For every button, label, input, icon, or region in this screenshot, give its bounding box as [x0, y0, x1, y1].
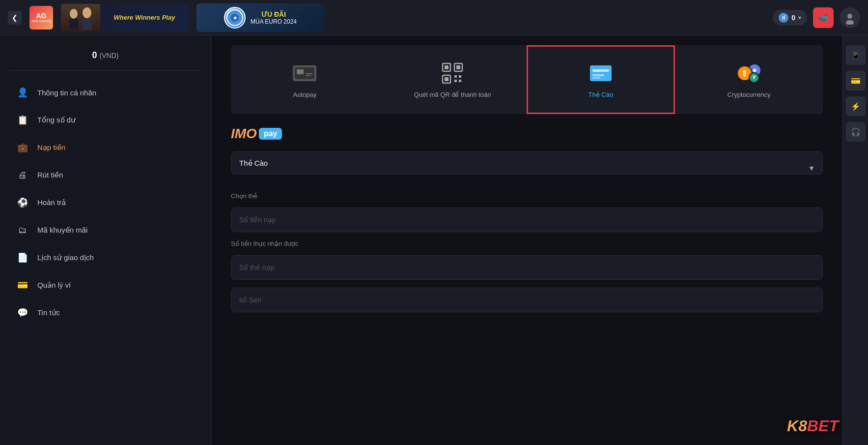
sidebar-label-rut-tien: Rút tiền [37, 171, 63, 179]
sidebar-item-nap-tien[interactable]: 💼 Nạp tiền [0, 134, 211, 161]
received-section: Số tiền thực nhận được [231, 240, 823, 247]
svg-rect-14 [306, 75, 310, 76]
sidebar-item-ma-khuyen-mai[interactable]: 🗂 Mã khuyến mãi [0, 216, 211, 244]
mua-euro-text: MÙA EURO 2024 [251, 18, 297, 25]
tab-autopay-label: Autopay [293, 91, 317, 99]
svg-rect-28 [592, 77, 600, 79]
deposit-icon: 💼 [16, 141, 29, 154]
svg-rect-21 [454, 75, 457, 78]
bet-text: BET [807, 417, 839, 435]
sidebar-item-quan-ly-vi[interactable]: 💳 Quản lý ví [0, 271, 211, 299]
amount-section [231, 208, 823, 232]
video-button[interactable]: 📹 [813, 7, 834, 28]
sidebar-item-lich-su[interactable]: 📄 Lịch sử giao dịch [0, 244, 211, 271]
sidebar-label-nap-tien: Nạp tiền [37, 143, 65, 152]
balance-icon: 📋 [16, 113, 29, 127]
imopay-logo: IMO pay [231, 126, 823, 142]
sidebar-divider [10, 70, 201, 71]
sidebar: 0 (VND) 👤 Thông tin cá nhân 📋 Tổng số dư… [0, 35, 211, 445]
k8bet-logo: K8BET [787, 417, 839, 435]
euro-ball-icon: ★ [224, 7, 246, 29]
sidebar-label-ma-khuyen-mai: Mã khuyến mãi [37, 226, 87, 235]
tab-qr[interactable]: Quét mã QR để thanh toán [379, 45, 527, 114]
crypto-icon: ₿ ◆ ₮ [736, 60, 762, 86]
user-avatar[interactable] [840, 7, 860, 28]
user-icon: 👤 [16, 86, 29, 99]
choose-card-label: Chọn thẻ [231, 192, 823, 200]
logo-icon: AG Asia Gaming [29, 6, 53, 30]
sidebar-label-lich-su: Lịch sử giao dịch [37, 253, 94, 262]
sidebar-item-hoan-tra[interactable]: ⚽ Hoàn trả [0, 189, 211, 216]
tab-autopay[interactable]: Autopay [231, 45, 379, 114]
pay-badge: pay [259, 128, 282, 140]
balance-coin-icon: d [779, 13, 788, 23]
tab-crypto[interactable]: ₿ ◆ ₮ Cryptocurrency [675, 45, 823, 114]
sidebar-label-tin-tuc: Tin tức [37, 308, 60, 317]
svg-rect-24 [459, 80, 461, 82]
svg-text:★: ★ [232, 15, 237, 21]
card-type-wrapper[interactable]: Thẻ Cào ▼ [231, 151, 823, 184]
amount-input[interactable] [231, 208, 823, 232]
card-number-input[interactable] [231, 255, 823, 280]
sidebar-label-hoan-tra: Hoàn trả [37, 198, 66, 207]
card-type-select[interactable]: Thẻ Cào [231, 151, 823, 175]
rebate-icon: ⚽ [16, 196, 29, 209]
tether-icon: ₮ [749, 72, 759, 83]
k8-text: K8 [787, 417, 807, 435]
serial-input[interactable] [231, 288, 823, 312]
sidebar-item-thong-tin[interactable]: 👤 Thông tin cá nhân [0, 79, 211, 106]
tab-the-cao-label: Thẻ Cào [588, 91, 614, 99]
logo: AG Asia Gaming [29, 6, 53, 30]
select-section: Thẻ Cào ▼ [231, 151, 823, 184]
history-icon: 📄 [16, 251, 29, 265]
svg-point-2 [83, 7, 91, 18]
svg-rect-27 [592, 74, 604, 76]
support-icon[interactable]: 🎧 [846, 122, 866, 142]
content-area: Autopay [211, 35, 842, 445]
svg-rect-1 [69, 19, 78, 30]
news-icon: 💬 [16, 306, 29, 320]
the-cao-icon [588, 60, 614, 86]
svg-rect-18 [456, 65, 460, 69]
banner-winners-text: Where Winners Play [114, 14, 175, 21]
sidebar-label-tong-so-du: Tổng số dư [37, 116, 76, 124]
svg-rect-13 [306, 73, 312, 74]
deposit-quick-icon[interactable]: 💳 [846, 71, 866, 90]
card-number-section [231, 255, 823, 280]
wallet-icon: 💳 [16, 278, 29, 292]
svg-rect-16 [445, 65, 448, 69]
header: ❮ AG Asia Gaming Where Winners Play ★ [0, 0, 868, 35]
svg-rect-3 [82, 18, 92, 30]
svg-point-0 [70, 9, 78, 19]
tab-qr-label: Quét mã QR để thanh toán [414, 91, 491, 99]
svg-rect-23 [454, 80, 457, 82]
svg-rect-20 [445, 77, 448, 81]
sidebar-balance-amount: 0 [92, 50, 97, 60]
balance-dropdown-icon[interactable]: ▾ [798, 14, 801, 21]
payment-tabs: Autopay [231, 45, 823, 114]
sidebar-balance: 0 (VND) [0, 45, 211, 70]
sidebar-item-rut-tien[interactable]: 🖨 Rút tiền [0, 161, 211, 189]
autopay-icon [292, 60, 317, 86]
serial-section [231, 288, 823, 312]
sidebar-item-tin-tuc[interactable]: 💬 Tin tức [0, 299, 211, 326]
lightning-icon[interactable]: ⚡ [846, 96, 866, 116]
sidebar-label-quan-ly-vi: Quản lý ví [37, 281, 71, 290]
euro-promo-text: ƯU ĐÃI MÙA EURO 2024 [251, 10, 297, 25]
tab-crypto-label: Cryptocurrency [728, 91, 771, 99]
svg-rect-12 [297, 69, 304, 74]
balance-amount: 0 [791, 14, 795, 22]
sidebar-item-tong-so-du[interactable]: 📋 Tổng số dư [0, 106, 211, 134]
sidebar-label-thong-tin: Thông tin cá nhân [37, 89, 96, 97]
back-arrow[interactable]: ❮ [8, 11, 22, 25]
balance-badge[interactable]: d 0 ▾ [773, 10, 807, 26]
withdraw-icon: 🖨 [16, 168, 29, 182]
imo-text: IMO [231, 126, 257, 142]
tab-the-cao[interactable]: Thẻ Cào [527, 45, 675, 114]
svg-rect-26 [592, 69, 609, 72]
main-layout: 0 (VND) 👤 Thông tin cá nhân 📋 Tổng số dư… [0, 35, 868, 445]
mobile-icon[interactable]: 📱 [846, 45, 866, 65]
sidebar-balance-currency: (VND) [100, 52, 119, 59]
logo-subtitle: Asia Gaming [31, 19, 51, 23]
banner-winners: Where Winners Play [61, 3, 189, 32]
